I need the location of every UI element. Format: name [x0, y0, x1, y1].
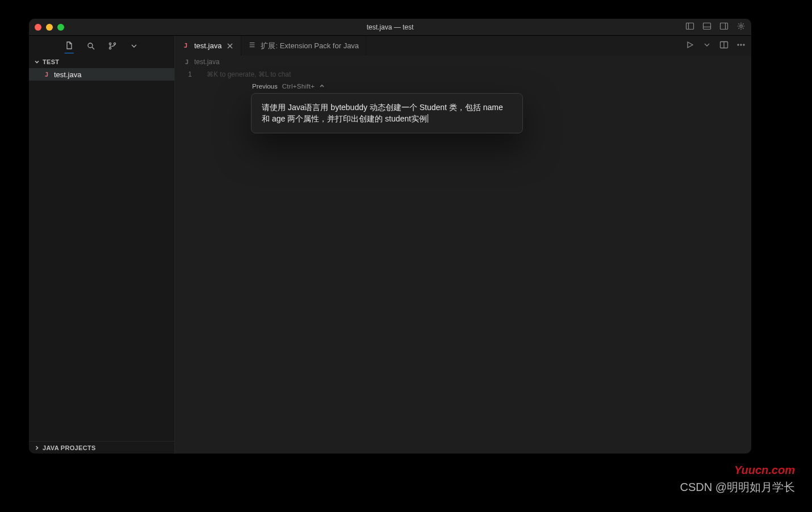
minimize-window[interactable] [46, 24, 53, 31]
svg-rect-0 [687, 23, 694, 30]
java-projects-label: JAVA PROJECTS [43, 444, 96, 451]
sidebar: TEST J test.java JAVA PROJECTS [29, 36, 175, 454]
chevron-down-icon [34, 58, 40, 65]
traffic-lights [35, 24, 64, 31]
list-icon [248, 41, 256, 51]
previous-label: Previous [252, 83, 278, 90]
svg-rect-2 [704, 23, 711, 30]
java-projects-section[interactable]: JAVA PROJECTS [29, 441, 174, 454]
zoom-window[interactable] [57, 24, 64, 31]
svg-point-21 [740, 44, 742, 45]
tab-label: 扩展: Extension Pack for Java [261, 41, 359, 51]
explorer-section-label: TEST [43, 58, 59, 65]
tab-test-java[interactable]: J test.java [175, 36, 241, 56]
ai-prompt-text: 请使用 Java语言用 bytebuddy 动态创建一个 Student 类，包… [262, 103, 503, 123]
svg-point-9 [109, 43, 111, 44]
title-actions [685, 22, 746, 32]
split-editor-icon[interactable] [719, 40, 729, 52]
tabs-row: J test.java 扩展: Extension Pack for Java [175, 36, 751, 56]
previous-hint[interactable]: Previous Ctrl+Shift+ [252, 81, 325, 92]
gutter: 1 [175, 68, 202, 454]
java-file-icon: J [183, 58, 191, 66]
tab-label: test.java [194, 41, 221, 50]
explorer-section-header[interactable]: TEST [29, 56, 174, 68]
close-icon[interactable] [226, 42, 234, 50]
run-icon[interactable] [685, 40, 694, 52]
files-icon[interactable] [65, 44, 74, 53]
close-window[interactable] [35, 24, 41, 31]
svg-marker-17 [688, 42, 693, 48]
tab-extension-pack[interactable]: 扩展: Extension Pack for Java [241, 36, 366, 56]
window-body: TEST J test.java JAVA PROJECTS J test.ja… [29, 36, 751, 454]
arrow-up-icon [319, 83, 325, 89]
svg-point-22 [743, 44, 744, 45]
file-row-test-java[interactable]: J test.java [29, 68, 174, 81]
gear-icon[interactable] [736, 22, 746, 32]
title-bar: test.java — test [29, 19, 751, 36]
watermark-site: Yuucn.com [734, 464, 795, 477]
watermark-credit: CSDN @明明如月学长 [680, 480, 795, 495]
svg-point-20 [738, 44, 739, 45]
java-file-icon: J [43, 70, 51, 78]
chevron-right-icon [34, 444, 40, 451]
text-caret [428, 114, 428, 123]
breadcrumb-label: test.java [194, 58, 220, 66]
previous-shortcut: Ctrl+Shift+ [282, 83, 315, 90]
vscode-window: test.java — test [29, 19, 751, 454]
chevron-down-icon[interactable] [702, 40, 711, 52]
file-name: test.java [54, 70, 81, 79]
breadcrumb[interactable]: J test.java [175, 56, 751, 68]
chevron-down-icon[interactable] [129, 41, 139, 51]
svg-point-7 [88, 43, 93, 48]
sidebar-toolbar [29, 36, 174, 56]
panel-left-icon[interactable] [685, 22, 694, 32]
branch-icon[interactable] [108, 41, 117, 51]
panel-bottom-icon[interactable] [702, 22, 711, 32]
code-editor[interactable]: 1 ⌘K to generate, ⌘L to chat Previous Ct… [175, 68, 751, 454]
svg-rect-4 [721, 23, 728, 30]
java-file-icon: J [182, 42, 190, 50]
more-icon[interactable] [736, 40, 746, 52]
editor-actions [680, 36, 751, 56]
panel-right-icon[interactable] [719, 22, 729, 32]
inline-hint: ⌘K to generate, ⌘L to chat [207, 70, 746, 79]
svg-point-6 [740, 25, 742, 27]
editor-group: J test.java 扩展: Extension Pack for Java [175, 36, 751, 454]
svg-point-11 [114, 43, 115, 44]
svg-line-8 [92, 47, 94, 49]
search-icon[interactable] [86, 41, 95, 51]
window-title: test.java — test [29, 23, 751, 31]
svg-point-10 [109, 47, 111, 49]
ai-prompt-input[interactable]: 请使用 Java语言用 bytebuddy 动态创建一个 Student 类，包… [251, 93, 523, 133]
line-number: 1 [175, 70, 192, 78]
